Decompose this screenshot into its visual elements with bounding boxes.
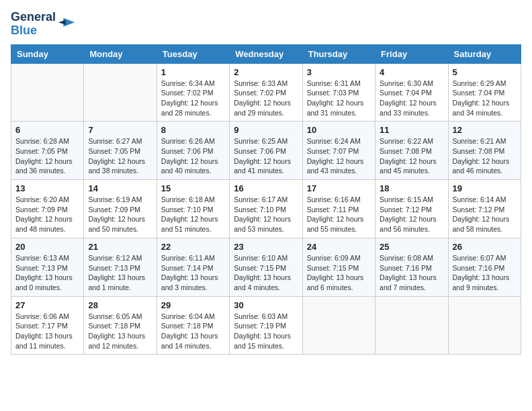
day-cell: 22Sunrise: 6:11 AMSunset: 7:14 PMDayligh… <box>157 238 229 296</box>
day-number: 13 <box>15 183 79 193</box>
day-info: Sunrise: 6:19 AMSunset: 7:09 PMDaylight:… <box>88 195 152 234</box>
day-cell: 7Sunrise: 6:27 AMSunset: 7:05 PMDaylight… <box>84 122 157 180</box>
day-cell: 19Sunrise: 6:14 AMSunset: 7:12 PMDayligh… <box>448 180 521 238</box>
day-cell: 23Sunrise: 6:10 AMSunset: 7:15 PMDayligh… <box>230 238 302 296</box>
day-info: Sunrise: 6:06 AMSunset: 7:17 PMDaylight:… <box>15 312 79 351</box>
day-cell: 4Sunrise: 6:30 AMSunset: 7:04 PMDaylight… <box>375 63 448 122</box>
day-number: 10 <box>307 125 371 135</box>
day-cell <box>84 63 157 122</box>
day-cell: 29Sunrise: 6:04 AMSunset: 7:18 PMDayligh… <box>157 296 229 355</box>
day-cell: 28Sunrise: 6:05 AMSunset: 7:18 PMDayligh… <box>84 296 157 355</box>
day-info: Sunrise: 6:12 AMSunset: 7:13 PMDaylight:… <box>88 253 152 293</box>
day-info: Sunrise: 6:09 AMSunset: 7:15 PMDaylight:… <box>307 253 371 293</box>
day-cell: 6Sunrise: 6:28 AMSunset: 7:05 PMDaylight… <box>11 122 84 180</box>
day-number: 6 <box>15 125 79 135</box>
day-number: 12 <box>453 125 517 135</box>
day-info: Sunrise: 6:07 AMSunset: 7:16 PMDaylight:… <box>453 253 517 293</box>
day-number: 14 <box>88 183 152 193</box>
day-cell: 17Sunrise: 6:16 AMSunset: 7:11 PMDayligh… <box>302 180 375 238</box>
day-info: Sunrise: 6:13 AMSunset: 7:13 PMDaylight:… <box>15 253 79 293</box>
day-info: Sunrise: 6:21 AMSunset: 7:08 PMDaylight:… <box>453 136 517 176</box>
day-number: 28 <box>88 300 152 310</box>
day-number: 19 <box>453 183 517 193</box>
day-cell <box>11 63 84 122</box>
day-info: Sunrise: 6:03 AMSunset: 7:19 PMDaylight:… <box>234 312 298 351</box>
day-cell: 1Sunrise: 6:34 AMSunset: 7:02 PMDaylight… <box>157 63 229 122</box>
day-cell: 8Sunrise: 6:26 AMSunset: 7:06 PMDaylight… <box>157 122 229 180</box>
day-number: 27 <box>15 300 79 310</box>
weekday-header-wednesday: Wednesday <box>230 44 302 63</box>
day-number: 4 <box>380 67 443 77</box>
day-number: 24 <box>307 242 371 252</box>
day-cell: 10Sunrise: 6:24 AMSunset: 7:07 PMDayligh… <box>302 122 375 180</box>
day-cell: 20Sunrise: 6:13 AMSunset: 7:13 PMDayligh… <box>11 238 84 296</box>
week-row-2: 6Sunrise: 6:28 AMSunset: 7:05 PMDaylight… <box>11 122 521 180</box>
day-cell: 24Sunrise: 6:09 AMSunset: 7:15 PMDayligh… <box>302 238 375 296</box>
day-cell: 14Sunrise: 6:19 AMSunset: 7:09 PMDayligh… <box>84 180 157 238</box>
day-cell: 26Sunrise: 6:07 AMSunset: 7:16 PMDayligh… <box>448 238 521 296</box>
day-number: 3 <box>307 67 371 77</box>
day-number: 11 <box>380 125 443 135</box>
day-cell: 27Sunrise: 6:06 AMSunset: 7:17 PMDayligh… <box>11 296 84 355</box>
day-info: Sunrise: 6:17 AMSunset: 7:10 PMDaylight:… <box>234 195 298 234</box>
weekday-header-friday: Friday <box>375 44 448 63</box>
day-number: 16 <box>234 183 298 193</box>
day-info: Sunrise: 6:29 AMSunset: 7:04 PMDaylight:… <box>453 79 517 118</box>
logo-text: GeneralBlue <box>11 11 56 38</box>
day-info: Sunrise: 6:05 AMSunset: 7:18 PMDaylight:… <box>88 312 152 351</box>
day-number: 17 <box>307 183 371 193</box>
weekday-header-monday: Monday <box>84 44 157 63</box>
day-info: Sunrise: 6:16 AMSunset: 7:11 PMDaylight:… <box>307 195 371 234</box>
week-row-1: 1Sunrise: 6:34 AMSunset: 7:02 PMDaylight… <box>11 63 521 122</box>
day-number: 30 <box>234 300 298 310</box>
day-number: 8 <box>161 125 225 135</box>
day-cell: 12Sunrise: 6:21 AMSunset: 7:08 PMDayligh… <box>448 122 521 180</box>
day-number: 29 <box>161 300 225 310</box>
day-cell: 11Sunrise: 6:22 AMSunset: 7:08 PMDayligh… <box>375 122 448 180</box>
day-cell: 15Sunrise: 6:18 AMSunset: 7:10 PMDayligh… <box>157 180 229 238</box>
day-number: 9 <box>234 125 298 135</box>
day-cell: 13Sunrise: 6:20 AMSunset: 7:09 PMDayligh… <box>11 180 84 238</box>
day-info: Sunrise: 6:30 AMSunset: 7:04 PMDaylight:… <box>380 79 443 118</box>
day-number: 7 <box>88 125 152 135</box>
day-info: Sunrise: 6:26 AMSunset: 7:06 PMDaylight:… <box>161 136 225 176</box>
day-info: Sunrise: 6:25 AMSunset: 7:06 PMDaylight:… <box>234 136 298 176</box>
day-cell <box>448 296 521 355</box>
weekday-header-row: SundayMondayTuesdayWednesdayThursdayFrid… <box>11 44 521 63</box>
day-info: Sunrise: 6:28 AMSunset: 7:05 PMDaylight:… <box>15 136 79 176</box>
day-number: 26 <box>453 242 517 252</box>
day-info: Sunrise: 6:08 AMSunset: 7:16 PMDaylight:… <box>380 253 443 293</box>
day-info: Sunrise: 6:24 AMSunset: 7:07 PMDaylight:… <box>307 136 371 176</box>
week-row-5: 27Sunrise: 6:06 AMSunset: 7:17 PMDayligh… <box>11 296 521 355</box>
day-number: 2 <box>234 67 298 77</box>
day-number: 21 <box>88 242 152 252</box>
day-number: 1 <box>161 67 225 77</box>
day-info: Sunrise: 6:04 AMSunset: 7:18 PMDaylight:… <box>161 312 225 351</box>
day-info: Sunrise: 6:34 AMSunset: 7:02 PMDaylight:… <box>161 79 225 118</box>
day-cell: 18Sunrise: 6:15 AMSunset: 7:12 PMDayligh… <box>375 180 448 238</box>
day-cell <box>302 296 375 355</box>
week-row-3: 13Sunrise: 6:20 AMSunset: 7:09 PMDayligh… <box>11 180 521 238</box>
day-number: 25 <box>380 242 443 252</box>
weekday-header-tuesday: Tuesday <box>157 44 229 63</box>
day-info: Sunrise: 6:22 AMSunset: 7:08 PMDaylight:… <box>380 136 443 176</box>
day-info: Sunrise: 6:10 AMSunset: 7:15 PMDaylight:… <box>234 253 298 293</box>
day-cell: 2Sunrise: 6:33 AMSunset: 7:02 PMDaylight… <box>230 63 302 122</box>
day-cell: 21Sunrise: 6:12 AMSunset: 7:13 PMDayligh… <box>84 238 157 296</box>
day-number: 23 <box>234 242 298 252</box>
day-cell: 30Sunrise: 6:03 AMSunset: 7:19 PMDayligh… <box>230 296 302 355</box>
day-info: Sunrise: 6:14 AMSunset: 7:12 PMDaylight:… <box>453 195 517 234</box>
day-info: Sunrise: 6:33 AMSunset: 7:02 PMDaylight:… <box>234 79 298 118</box>
weekday-header-thursday: Thursday <box>302 44 375 63</box>
day-number: 20 <box>15 242 79 252</box>
day-number: 5 <box>453 67 517 77</box>
day-info: Sunrise: 6:31 AMSunset: 7:03 PMDaylight:… <box>307 79 371 118</box>
day-cell: 9Sunrise: 6:25 AMSunset: 7:06 PMDaylight… <box>230 122 302 180</box>
day-cell: 3Sunrise: 6:31 AMSunset: 7:03 PMDaylight… <box>302 63 375 122</box>
day-cell: 25Sunrise: 6:08 AMSunset: 7:16 PMDayligh… <box>375 238 448 296</box>
day-number: 15 <box>161 183 225 193</box>
weekday-header-sunday: Sunday <box>11 44 84 63</box>
day-info: Sunrise: 6:11 AMSunset: 7:14 PMDaylight:… <box>161 253 225 293</box>
day-info: Sunrise: 6:18 AMSunset: 7:10 PMDaylight:… <box>161 195 225 234</box>
day-info: Sunrise: 6:20 AMSunset: 7:09 PMDaylight:… <box>15 195 79 234</box>
